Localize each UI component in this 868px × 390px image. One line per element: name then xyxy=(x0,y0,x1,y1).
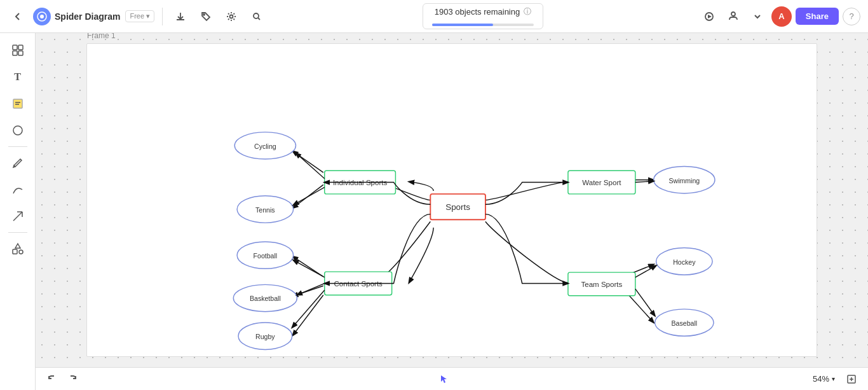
collab-button[interactable] xyxy=(723,6,743,27)
football-label: Football xyxy=(254,252,278,260)
svg-rect-8 xyxy=(18,45,23,50)
svg-rect-11 xyxy=(13,99,22,108)
svg-line-34 xyxy=(296,153,325,178)
zoom-level-text: 54% xyxy=(813,374,829,384)
diagram-svg: Sports Individual Sports Contact Sports … xyxy=(87,44,817,356)
avatar: A xyxy=(771,6,792,27)
sidebar-shape-button[interactable] xyxy=(6,118,30,143)
objects-progress-bar-bg xyxy=(432,24,534,26)
fit-button[interactable] xyxy=(843,370,860,388)
sidebar-note-button[interactable] xyxy=(6,92,30,116)
objects-remaining-box: 1903 objects remaining ⓘ xyxy=(423,3,543,29)
sidebar-separator xyxy=(8,146,27,147)
bottombar-right: 54% ▾ xyxy=(808,370,860,388)
sidebar-text-button[interactable]: T xyxy=(6,65,30,89)
sidebar-templates-button[interactable] xyxy=(6,38,30,62)
svg-rect-9 xyxy=(13,51,17,55)
sidebar: T xyxy=(0,33,36,390)
cycling-label: Cycling xyxy=(254,143,276,150)
svg-rect-7 xyxy=(13,45,17,50)
svg-line-41 xyxy=(635,289,655,316)
rugby-label: Rugby xyxy=(255,333,275,340)
sidebar-line-button[interactable] xyxy=(6,178,30,202)
svg-rect-10 xyxy=(18,51,23,55)
play-button[interactable] xyxy=(699,6,719,27)
app-logo: Spider Diagram xyxy=(33,8,120,25)
sidebar-connector-button[interactable] xyxy=(6,204,30,228)
bottombar-left xyxy=(43,370,81,388)
logo-icon xyxy=(33,8,51,25)
svg-point-4 xyxy=(254,13,259,18)
svg-line-15 xyxy=(13,212,22,221)
zoom-control[interactable]: 54% ▾ xyxy=(808,373,840,385)
svg-line-36 xyxy=(294,260,325,277)
zoom-chevron-icon: ▾ xyxy=(832,375,835,382)
back-button[interactable] xyxy=(8,6,28,27)
water-sport-label: Water Sport xyxy=(582,179,621,186)
svg-rect-18 xyxy=(13,249,17,254)
svg-marker-6 xyxy=(708,15,712,18)
bottombar-center xyxy=(435,370,453,388)
svg-point-20 xyxy=(19,250,23,254)
pointer-button[interactable] xyxy=(435,370,453,388)
tag-button[interactable] xyxy=(196,6,216,27)
info-icon: ⓘ xyxy=(524,6,531,17)
svg-point-2 xyxy=(203,14,205,15)
svg-point-14 xyxy=(13,126,22,135)
team-sports-label: Team Sports xyxy=(581,281,622,288)
text-icon: T xyxy=(14,71,21,83)
svg-line-35 xyxy=(294,187,325,205)
central-node-label: Sports xyxy=(445,202,470,212)
bottombar: 54% ▾ xyxy=(36,367,868,390)
svg-point-3 xyxy=(230,15,233,18)
separator-1 xyxy=(162,8,163,25)
sidebar-pen-button[interactable] xyxy=(6,151,30,175)
chevron-button[interactable] xyxy=(747,6,768,27)
baseball-label: Baseball xyxy=(672,319,698,327)
plan-badge[interactable]: Free ▾ xyxy=(125,10,154,22)
svg-marker-19 xyxy=(15,244,20,248)
objects-progress-bar xyxy=(432,24,493,26)
frame-label: Frame 1 xyxy=(87,33,116,40)
svg-marker-46 xyxy=(441,375,447,383)
settings-button[interactable] xyxy=(221,6,241,27)
search-button[interactable] xyxy=(247,6,267,27)
objects-remaining-container: 1903 objects remaining ⓘ xyxy=(272,3,694,29)
frame: Frame 1 xyxy=(86,43,817,357)
individual-sports-label: Individual Sports xyxy=(333,179,388,186)
help-button[interactable]: ? xyxy=(843,8,860,25)
topbar-right: A Share ? xyxy=(699,6,860,27)
swimming-label: Swimming xyxy=(668,177,700,185)
redo-button[interactable] xyxy=(64,370,81,388)
contact-sports-label: Contact Sports xyxy=(334,280,383,288)
undo-button[interactable] xyxy=(43,370,61,388)
download-button[interactable] xyxy=(170,6,191,27)
topbar: Spider Diagram Free ▾ 1903 objects remai… xyxy=(0,0,868,33)
svg-line-37 xyxy=(297,283,324,295)
app-title: Spider Diagram xyxy=(55,11,120,22)
sidebar-shapes2-button[interactable] xyxy=(6,237,30,261)
objects-remaining-text: 1903 objects remaining xyxy=(435,7,520,17)
share-button[interactable]: Share xyxy=(796,8,839,25)
hockey-label: Hockey xyxy=(673,258,696,266)
basketball-label: Basketball xyxy=(250,295,281,302)
svg-point-1 xyxy=(40,15,44,18)
sidebar-separator2 xyxy=(8,232,27,233)
svg-line-39 xyxy=(635,181,654,183)
tennis-label: Tennis xyxy=(255,206,275,214)
canvas[interactable]: Frame 1 xyxy=(36,33,868,367)
